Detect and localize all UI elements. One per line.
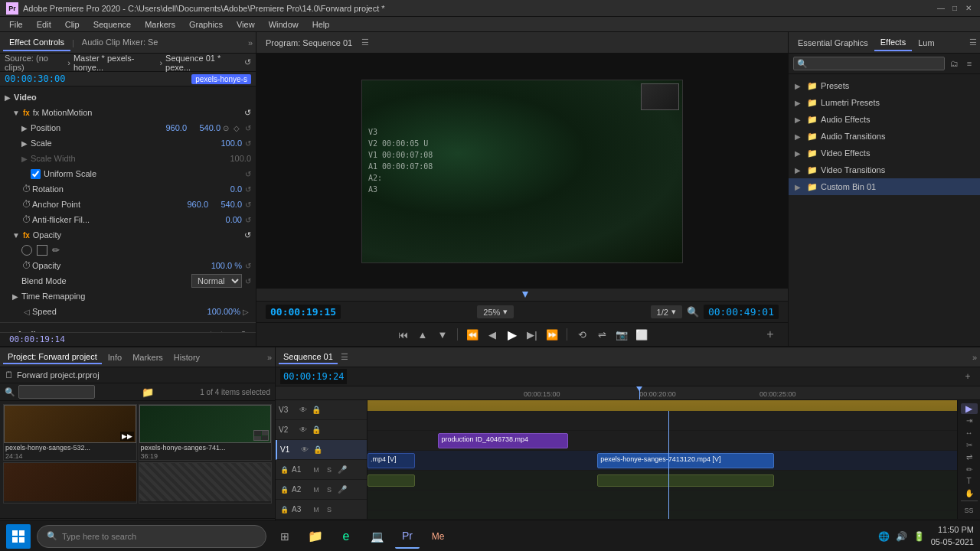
tab-project[interactable]: Project: Forward project (3, 350, 102, 364)
prev-edit-btn[interactable]: ◀ (484, 326, 501, 343)
shuttle-btn[interactable]: ⇌ (593, 326, 610, 343)
menu-window[interactable]: Window (263, 18, 305, 31)
opacity-section-header[interactable]: ▼ fx Opacity ↺ (0, 227, 256, 243)
timecode-display[interactable]: 00:00:30:00 (5, 73, 65, 84)
taskbar-windows-explorer[interactable]: 💻 (364, 524, 389, 549)
tab-history[interactable]: History (169, 351, 204, 364)
effects-new-bin-icon[interactable]: 🗂 (948, 57, 960, 70)
tc-fraction[interactable]: 1/2 ▾ (651, 305, 682, 318)
speed-next-icon[interactable]: ▷ (240, 306, 251, 317)
step-forward-btn[interactable]: ▼ (434, 326, 451, 343)
tool-hand[interactable]: ✋ (961, 488, 978, 499)
opacity-rect[interactable] (37, 245, 47, 256)
menu-edit[interactable]: Edit (31, 18, 57, 31)
v2-eye-icon[interactable]: 👁 (298, 425, 309, 435)
network-icon[interactable]: 🌐 (878, 531, 890, 542)
opacity-value[interactable]: 100.0 % (211, 261, 242, 270)
tab-sequence[interactable]: Sequence 01 (279, 350, 338, 364)
project-menu-chevron[interactable]: » (267, 353, 272, 362)
menu-help[interactable]: Help (306, 18, 336, 31)
antiflicker-anim-icon[interactable]: ⏱ (21, 214, 32, 225)
menu-clip[interactable]: Clip (59, 18, 86, 31)
program-menu-icon[interactable]: ☰ (361, 37, 369, 47)
play-button[interactable]: ▶ (504, 326, 521, 343)
a2-solo-icon[interactable]: S (324, 484, 335, 495)
opacity-pen-icon[interactable]: ✏ (52, 245, 60, 256)
tab-lum[interactable]: Lum (912, 35, 940, 51)
clip-v1-left[interactable]: .mp4 [V] (368, 453, 415, 468)
tool-ripple[interactable]: ⇥ (961, 416, 978, 426)
titlebar-controls[interactable]: — □ ✕ (936, 3, 974, 14)
tl-menu-icon[interactable]: ☰ (341, 352, 348, 362)
project-item-4[interactable] (139, 462, 273, 504)
tool-rolling[interactable]: ↔ (961, 428, 978, 439)
a1-lock-icon[interactable]: 🔒 (279, 465, 289, 475)
maximize-button[interactable]: □ (949, 3, 960, 14)
speed-value[interactable]: 100.00% (207, 307, 240, 316)
reset-all-icon[interactable]: ↺ (244, 57, 251, 67)
a2-mic-icon[interactable]: 🎤 (337, 484, 348, 495)
anchor-reset[interactable]: ↺ (245, 201, 251, 209)
taskbar-search-bar[interactable]: 🔍 Type here to search (37, 525, 266, 548)
mark-in-btn[interactable]: ⏮ (394, 326, 411, 343)
magnify-icon[interactable]: 🔍 (687, 306, 699, 318)
effects-settings-icon[interactable]: ≡ (963, 57, 975, 70)
tool-slip[interactable]: ⇌ (961, 452, 978, 462)
taskbar-internet-explorer[interactable]: e (334, 524, 358, 549)
a3-lock-icon[interactable]: 🔒 (279, 504, 289, 515)
tab-effects[interactable]: Effects (874, 34, 912, 51)
effects-search-input[interactable] (793, 57, 945, 70)
a3-mute-icon[interactable]: M (311, 504, 322, 515)
speed-prev-icon[interactable]: ◁ (21, 306, 32, 317)
a1-solo-icon[interactable]: S (324, 465, 335, 475)
menu-file[interactable]: File (3, 18, 29, 31)
a1-mute-icon[interactable]: M (311, 465, 322, 475)
new-bin-icon[interactable]: 📁 (142, 386, 154, 398)
battery-icon[interactable]: 🔋 (913, 531, 925, 542)
taskbar-file-explorer[interactable]: 📁 (303, 524, 328, 549)
v1-lock-icon[interactable]: 🔒 (312, 445, 323, 455)
taskbar-premiere[interactable]: Pr (395, 524, 420, 549)
go-to-out-btn[interactable]: ⏩ (544, 326, 560, 343)
work-area-bar[interactable] (368, 400, 957, 411)
tree-custom-bin[interactable]: ▶ 📁 Custom Bin 01 (789, 178, 980, 195)
loop-btn[interactable]: ⟲ (573, 326, 590, 343)
tools-bottom-1[interactable]: SS (961, 505, 978, 516)
tool-razor[interactable]: ✂ (961, 440, 978, 451)
tree-presets[interactable]: ▶ 📁 Presets (789, 77, 980, 94)
system-clock[interactable]: 11:50 PM 05-05-2021 (931, 524, 974, 548)
antiflicker-reset[interactable]: ↺ (245, 216, 251, 224)
pos-link-icon[interactable]: ⊙ (220, 122, 231, 133)
step-back-btn[interactable]: ▲ (414, 326, 431, 343)
menu-sequence[interactable]: Sequence (87, 18, 138, 31)
add-icon[interactable]: + (762, 326, 779, 343)
rotation-value[interactable]: 0.0 (211, 184, 242, 194)
taskbar-task-view[interactable]: ⊞ (273, 524, 297, 549)
clip-pexels-honye[interactable]: pexels-honye-sanges-7413120.mp4 [V] (597, 453, 774, 468)
scale-value[interactable]: 100.0 (211, 139, 242, 148)
antiflicker-value[interactable]: 0.00 (211, 215, 242, 224)
menu-markers[interactable]: Markers (139, 18, 181, 31)
tl-chevron[interactable]: » (972, 353, 977, 362)
clip-production-id[interactable]: production ID_4046738.mp4 (438, 433, 567, 448)
tab-markers[interactable]: Markers (128, 351, 168, 364)
a3-solo-icon[interactable]: S (324, 504, 335, 515)
tree-video-transitions[interactable]: ▶ 📁 Video Transitions (789, 161, 980, 178)
panel-chevron[interactable]: » (248, 38, 253, 47)
a2-lock-icon[interactable]: 🔒 (279, 484, 289, 495)
uniform-scale-reset[interactable]: ↺ (245, 170, 251, 178)
close-button[interactable]: ✕ (963, 3, 974, 14)
tree-video-effects[interactable]: ▶ 📁 Video Effects (789, 145, 980, 161)
v3-lock-icon[interactable]: 🔒 (311, 405, 322, 416)
v1-eye-icon[interactable]: 👁 (299, 445, 310, 455)
blend-reset[interactable]: ↺ (245, 277, 251, 285)
anchor-x-value[interactable]: 960.0 (178, 200, 208, 209)
pos-keyframe-icon[interactable]: ◇ (231, 122, 242, 133)
project-item-2[interactable]: pexels-honye-sanges-741... 36:19 (139, 404, 273, 461)
v3-eye-icon[interactable]: 👁 (298, 405, 309, 416)
menu-view[interactable]: View (230, 18, 261, 31)
opacity-anim-icon[interactable]: ⏱ (21, 260, 32, 271)
tc-left[interactable]: 00:00:19:15 (266, 305, 341, 319)
effects-menu-icon[interactable]: ☰ (969, 37, 977, 47)
video-section-header[interactable]: ▶ Video (0, 90, 256, 105)
